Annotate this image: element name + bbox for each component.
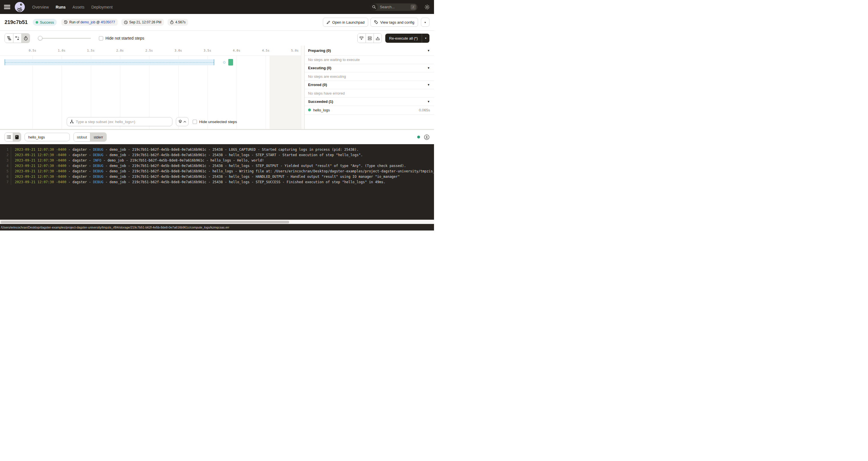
log-horizontal-scrollbar[interactable] — [0, 220, 434, 224]
stdout-stderr-group: stdout stderr — [73, 132, 106, 142]
reexecute-caret-button[interactable]: ▾ — [422, 34, 429, 43]
raw-log-viewer[interactable]: 12023-09-21 12:07:30 -0400 - dagster - D… — [0, 144, 434, 220]
stdout-tab[interactable]: stdout — [74, 133, 90, 141]
axis-tick-label: 2.0s — [116, 49, 124, 53]
log-step-filter-input[interactable] — [28, 135, 66, 139]
view-waterfall-gantt-button[interactable] — [13, 34, 21, 43]
nav-item-overview[interactable]: Overview — [32, 5, 49, 9]
timestamp-label: Sep 21, 12:07:26 PM — [129, 20, 162, 24]
log-level: DEBUG — [93, 163, 103, 169]
nav-item-assets[interactable]: Assets — [72, 5, 84, 9]
log-line: 32023-09-21 12:07:30 -0400 - dagster - I… — [0, 158, 434, 163]
log-step-filter[interactable] — [25, 133, 70, 141]
panel-section-header[interactable]: Errored (0)▼ — [305, 81, 434, 89]
gantt-vertical-scrollbar[interactable] — [301, 45, 304, 129]
caret-up-icon — [184, 121, 186, 123]
log-line: 42023-09-21 12:07:30 -0400 - dagster - D… — [0, 163, 434, 169]
run-of-text: Run of demo_job @ 4f105077 — [69, 20, 115, 24]
step-bar-hello-logs[interactable] — [228, 59, 233, 65]
run-id-title: 219c7b51 — [5, 19, 28, 25]
gantt-chart[interactable]: 0.5s1.0s1.5s2.0s2.5s3.0s3.5s4.0s4.5s5.0s — [0, 45, 301, 129]
step-subset-input[interactable] — [76, 120, 169, 124]
panel-section-title: Executing (0) — [308, 66, 427, 70]
step-marker-dot[interactable] — [223, 61, 225, 64]
log-line-number: 2 — [0, 152, 8, 158]
duration-label: 4.567s — [175, 20, 186, 24]
slider-thumb[interactable] — [38, 36, 42, 40]
split-panel-button[interactable] — [366, 34, 374, 43]
commit-link[interactable]: 4f105077 — [101, 20, 115, 24]
axis-tick-label: 2.5s — [145, 49, 153, 53]
log-level: INFO — [93, 158, 101, 163]
run-header: 219c7b51 Success Run of demo_job @ 4f105… — [0, 14, 434, 31]
log-scrollbar-thumb[interactable] — [1, 221, 289, 223]
log-view-mode-group — [5, 132, 21, 142]
collapse-panel-up-button[interactable] — [374, 34, 381, 43]
panel-down-icon — [360, 36, 363, 40]
dagster-logo-icon[interactable] — [15, 2, 25, 12]
stderr-tab[interactable]: stderr — [90, 133, 106, 141]
log-level: DEBUG — [93, 174, 103, 180]
log-gutter-divider — [11, 169, 15, 174]
chevron-down-icon: ▼ — [427, 66, 430, 69]
run-of-tag: Run of demo_job @ 4f105077 — [61, 19, 117, 26]
status-badge: Success — [33, 19, 57, 26]
reexecute-all-button[interactable]: Re-execute all (*) ▾ — [385, 34, 429, 43]
waterfall-gantt-icon — [16, 36, 20, 40]
panel-section-header[interactable]: Succeeded (1)▼ — [305, 98, 434, 106]
log-line: 72023-09-21 12:07:30 -0400 - dagster - D… — [0, 180, 434, 185]
status-label: Success — [40, 20, 54, 25]
log-line-number: 6 — [0, 174, 8, 180]
panel-section-title: Preparing (0) — [308, 49, 427, 53]
global-search[interactable]: / — [370, 3, 417, 11]
hide-unselected-checkbox[interactable] — [193, 120, 197, 124]
run-more-actions-button[interactable]: ▾ — [421, 18, 429, 27]
reexecute-all-label: Re-execute all (*) — [385, 36, 422, 40]
collapse-panel-down-button[interactable] — [358, 34, 366, 43]
view-timed-gantt-button[interactable] — [21, 34, 30, 43]
axis-tick-label: 5.0s — [291, 49, 299, 53]
panel-section-header[interactable]: Executing (0)▼ — [305, 64, 434, 73]
flat-gantt-icon — [7, 36, 11, 40]
log-gutter-divider — [11, 152, 15, 158]
step-duration: 0.065s — [419, 108, 430, 112]
step-subset-field[interactable] — [67, 117, 173, 126]
axis-tick-label: 3.0s — [175, 49, 182, 53]
chevron-down-icon: ▼ — [427, 100, 430, 103]
layers-icon — [178, 120, 182, 124]
gantt-toolbar: Hide not started steps Re-execute all (*… — [0, 31, 434, 45]
axis-tick-label: 3.5s — [204, 49, 212, 53]
log-timestamp: 2023-09-21 12:07:30 -0400 — [15, 169, 66, 174]
menu-icon[interactable] — [4, 5, 10, 9]
search-input[interactable] — [380, 5, 405, 9]
structured-log-view-button[interactable] — [5, 133, 13, 141]
split-panel-icon — [368, 36, 372, 40]
log-message: - demo_job - 219c7b51-b62f-4e5b-8de8-0e7… — [103, 174, 400, 180]
step-status-panel: Preparing (0)▼No steps are waiting to ex… — [304, 45, 434, 129]
panel-section-header[interactable]: Preparing (0)▼ — [305, 45, 434, 56]
log-line-number: 5 — [0, 169, 8, 174]
job-link[interactable]: demo_job — [80, 20, 95, 24]
log-line-number: 4 — [0, 163, 8, 169]
gear-icon[interactable] — [424, 4, 430, 10]
gantt-zoom-slider[interactable] — [38, 36, 91, 40]
log-line-number: 7 — [0, 180, 8, 185]
view-flat-gantt-button[interactable] — [5, 34, 13, 43]
step-success-dot-icon — [308, 109, 311, 112]
panel-empty-message: No steps are executing — [305, 72, 434, 81]
view-tags-config-button[interactable]: View tags and config — [370, 18, 418, 27]
raw-log-view-button[interactable] — [13, 133, 21, 141]
panel-section-title: Errored (0) — [308, 83, 427, 87]
nav-item-runs[interactable]: Runs — [56, 5, 66, 9]
log-message: - demo_job - 219c7b51-b62f-4e5b-8de8-0e7… — [101, 158, 264, 163]
open-in-launchpad-label: Open in Launchpad — [332, 20, 365, 25]
succeeded-step-row[interactable]: hello_logs0.065s — [305, 106, 434, 115]
gantt-time-axis: 0.5s1.0s1.5s2.0s2.5s3.0s3.5s4.0s4.5s5.0s — [0, 45, 301, 56]
selector-mode-button[interactable] — [176, 117, 189, 126]
open-in-launchpad-button[interactable]: Open in Launchpad — [323, 18, 368, 27]
nav-item-deployment[interactable]: Deployment — [91, 5, 113, 9]
hide-not-started-checkbox[interactable] — [99, 36, 103, 40]
gridline — [32, 56, 33, 129]
download-logs-icon[interactable] — [424, 134, 429, 140]
log-message: - demo_job - 219c7b51-b62f-4e5b-8de8-0e7… — [103, 163, 406, 169]
